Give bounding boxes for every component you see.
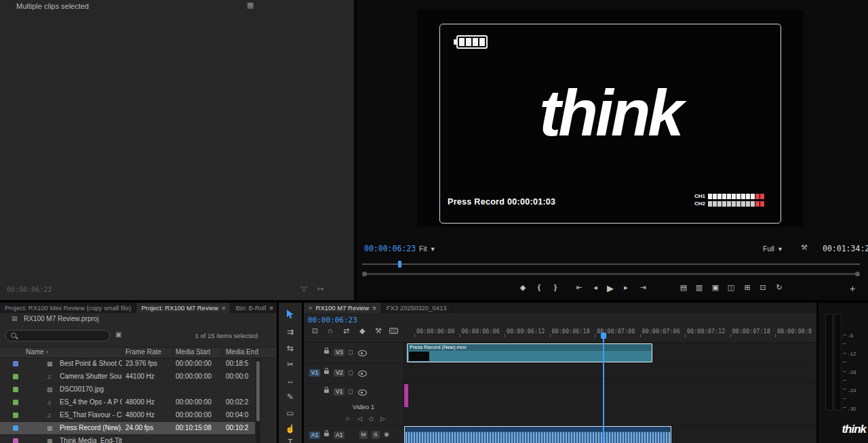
filter-icon[interactable]: ▽ xyxy=(301,285,307,293)
solo-button[interactable]: S xyxy=(372,431,380,439)
play-button[interactable]: ▶ xyxy=(604,283,616,293)
seek-playhead[interactable] xyxy=(398,261,401,268)
label-color-chip[interactable] xyxy=(13,413,18,418)
playback-resolution-select[interactable]: Full ▾ xyxy=(763,245,782,253)
table-row-selected[interactable]: ▦ Press Record (New).mov 24.00 fps 00:10… xyxy=(0,422,255,435)
search-input[interactable] xyxy=(20,331,106,341)
tool-pen[interactable]: ✎ xyxy=(279,392,302,402)
track-badge-a1[interactable]: A1 xyxy=(334,431,344,439)
mark-out-button[interactable]: } xyxy=(549,283,561,291)
sync-lock-icon[interactable]: ◻ xyxy=(348,350,353,356)
column-media-end[interactable]: Media End xyxy=(226,348,258,356)
comparison-view-button[interactable]: ◫ xyxy=(725,283,737,292)
search-box[interactable] xyxy=(5,330,110,341)
thumbnail-view-icon[interactable]: ▣ xyxy=(115,331,121,338)
panel-menu-icon[interactable]: ≡ xyxy=(372,304,376,312)
source-patch-a1[interactable]: A1 xyxy=(309,431,320,439)
track-lane-v2[interactable] xyxy=(404,363,816,384)
toggle-track-output-icon[interactable] xyxy=(358,350,367,356)
proxy-toggle-button[interactable]: ⊡ xyxy=(757,283,769,292)
add-button[interactable]: + xyxy=(846,283,859,294)
loop-button[interactable]: ↻ xyxy=(773,283,785,292)
table-row[interactable]: ♫ ES_That Flavour - Chron 48000 Hz 00:00… xyxy=(0,409,255,422)
label-color-chip[interactable] xyxy=(13,438,18,443)
audio-clip[interactable] xyxy=(404,426,671,443)
program-timecode[interactable]: 00:00:06:23 xyxy=(364,244,416,253)
voiceover-mic-icon[interactable]: ◉ xyxy=(384,431,389,438)
track-lock-icon[interactable] xyxy=(324,371,329,374)
track-badge-v2[interactable]: V2 xyxy=(334,369,344,377)
tool-razor[interactable]: ✂ xyxy=(279,360,302,369)
captions-icon[interactable]: CC xyxy=(389,328,398,334)
track-lane-v1[interactable] xyxy=(404,383,816,426)
zoom-handle-left[interactable] xyxy=(362,272,367,276)
zoom-handle-right[interactable] xyxy=(855,272,860,276)
tab-project-rx100m7[interactable]: Project: RX100 M7 Review≡ xyxy=(136,303,231,313)
export-frame-button[interactable]: ▣ xyxy=(709,283,722,292)
tab-sequence-rx100m7[interactable]: × RX100 M7 Review ≡ xyxy=(304,303,382,313)
sync-lock-icon[interactable]: ◻ xyxy=(348,370,353,376)
breadcrumb[interactable]: RX100 M7 Review.prproj xyxy=(24,315,99,322)
source-patch-v1[interactable]: V1 xyxy=(309,369,320,377)
track-badge-v3[interactable]: V3 xyxy=(334,349,344,356)
label-color-chip[interactable] xyxy=(13,374,18,379)
timeline-ruler[interactable]: 00:00:06:00 00:00:06:06 00:00:06:12 00:0… xyxy=(403,327,815,338)
next-keyframe-icon[interactable]: ▷ xyxy=(380,416,385,422)
table-row[interactable]: ▨ DSC00170.jpg xyxy=(0,383,255,396)
graphic-clip[interactable] xyxy=(404,384,408,407)
go-to-out-button[interactable]: ⇥ xyxy=(637,283,649,292)
tool-rectangle[interactable]: ▭ xyxy=(279,408,302,418)
tab-sequence-fx3[interactable]: FX3 20250320_0413 xyxy=(382,303,452,313)
mark-in-button[interactable]: { xyxy=(533,283,545,291)
keyframe-mode-icon[interactable]: ○ xyxy=(346,416,349,422)
tool-slip[interactable]: ↔ xyxy=(279,376,302,385)
linked-selection-icon[interactable]: ⇄ xyxy=(343,327,349,335)
settings-wrench-icon[interactable]: ⚒ xyxy=(801,244,808,251)
close-icon[interactable]: × xyxy=(309,304,313,312)
nest-sequence-icon[interactable]: ⊡ xyxy=(312,327,318,335)
timeline-settings-wrench-icon[interactable]: ⚒ xyxy=(375,327,382,335)
label-color-chip[interactable] xyxy=(13,425,18,431)
tab-project-copy[interactable]: Project: RX100 Mini Review (copy small f… xyxy=(0,303,136,313)
track-lock-icon[interactable] xyxy=(324,350,329,354)
add-marker-icon[interactable]: ◆ xyxy=(359,327,365,335)
lift-button[interactable]: ▤ xyxy=(677,283,690,292)
step-back-button[interactable]: ◂ xyxy=(589,283,601,292)
program-seek-bar[interactable] xyxy=(362,261,860,268)
column-frame-rate[interactable]: Frame Rate xyxy=(125,348,161,356)
label-color-chip[interactable] xyxy=(13,400,18,405)
track-lock-icon[interactable] xyxy=(324,389,329,393)
table-row[interactable]: ▦ Think Media_End-Title- xyxy=(0,435,255,443)
toggle-track-output-icon[interactable] xyxy=(358,371,367,377)
panel-menu-icon[interactable]: ≡ xyxy=(269,304,273,312)
table-row[interactable]: ♫ Camera Shutter Sound E 44100 Hz 00:00:… xyxy=(0,371,255,383)
table-row[interactable]: ♫ ES_4 the Ops - A P O L L 48000 Hz 00:0… xyxy=(0,396,255,409)
toggle-track-output-icon[interactable] xyxy=(358,389,367,396)
tool-type[interactable]: T xyxy=(279,438,302,443)
label-color-chip[interactable] xyxy=(13,361,18,366)
column-name[interactable]: Name ↑ xyxy=(26,348,48,356)
tab-bin-broll[interactable]: Bin: B-Roll≡ xyxy=(231,303,277,313)
timeline-timecode[interactable]: 00:00:06:23 xyxy=(308,316,357,324)
track-name[interactable]: Video 1 xyxy=(353,403,374,410)
label-color-chip[interactable] xyxy=(13,387,18,392)
multicam-button[interactable]: ⊞ xyxy=(741,283,753,292)
track-badge-v1[interactable]: V1 xyxy=(334,388,344,396)
zoom-level-select[interactable]: Fit ▾ xyxy=(419,245,435,253)
step-forward-button[interactable]: ▸ xyxy=(620,283,632,292)
scrollbar[interactable] xyxy=(256,358,260,443)
go-to-in-button[interactable]: ⇤ xyxy=(573,283,585,292)
table-row[interactable]: ▦ Best Point & Shoot Cam 23.976 fps 00:0… xyxy=(0,358,255,371)
playhead-line[interactable] xyxy=(603,337,604,443)
tool-hand[interactable]: ☝ xyxy=(279,424,302,434)
panel-menu-icon[interactable]: ≡ xyxy=(222,304,226,312)
panel-grid-icon[interactable]: ▦ xyxy=(247,1,254,9)
tool-track-select[interactable]: ⇉ xyxy=(279,327,302,337)
scrollbar-thumb[interactable] xyxy=(256,361,260,421)
bin-icon[interactable]: ▤ xyxy=(12,316,18,322)
previous-keyframe-icon[interactable]: ◁ xyxy=(357,416,362,422)
video-clip[interactable]: Press Record (New).mov xyxy=(407,343,652,362)
tool-selection[interactable] xyxy=(279,310,302,321)
tool-ripple-edit[interactable]: ⇆ xyxy=(279,343,302,353)
add-marker-button[interactable]: ◆ xyxy=(517,283,529,292)
